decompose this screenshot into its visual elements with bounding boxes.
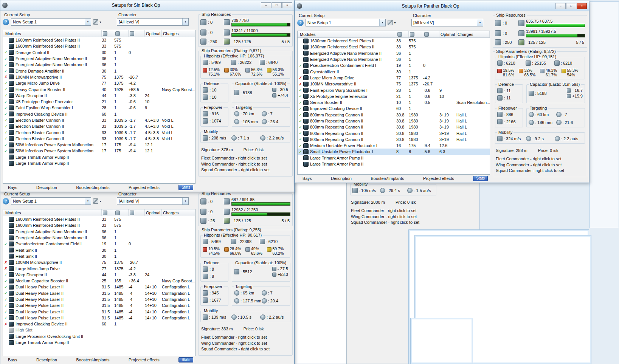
wing-commander-setting[interactable]: Wing Commander - right click to set	[351, 214, 436, 220]
module-row[interactable]: 1600mm Reinforced Steel Plates II 33 575	[3, 43, 195, 49]
setup-tools-button[interactable]: ▼	[93, 198, 102, 204]
module-row[interactable]: Sensor Booster II 10 1 -0.5 Scan Resolut…	[298, 99, 490, 105]
powergrid-column-header[interactable]	[114, 30, 129, 37]
module-row[interactable]: Large Trimark Armor Pump II	[298, 161, 490, 167]
charges-column-header[interactable]: Charges	[162, 209, 195, 216]
module-row[interactable]: Dual Heavy Pulse Laser II 31.5 1485 -4 1…	[3, 315, 195, 321]
capacitor-column-header[interactable]	[129, 209, 145, 216]
module-row[interactable]: Warp Disruptor II 44 1 -3.8 24	[3, 272, 195, 278]
module-row[interactable]: 1600mm Reinforced Steel Plates II 33 575	[298, 44, 490, 50]
tab-boosters-implants[interactable]: Boosters\Implants	[371, 176, 404, 181]
module-row[interactable]: Large Trimark Armor Pump II	[3, 154, 195, 160]
window-titlebar[interactable]: Setups for Panther Black Op – □ ×	[295, 1, 589, 11]
tab-bays[interactable]: Bays	[8, 185, 17, 190]
character-select[interactable]: [All level V] ▼	[117, 18, 189, 26]
module-row[interactable]: Dual Heavy Pulse Laser II 31.5 1485 -4 1…	[3, 284, 195, 290]
module-row[interactable]: Energized Adaptive Nano Membrane II 36 1	[3, 229, 195, 235]
window-titlebar[interactable]: Setups for Sin Black Op – □ ×	[0, 0, 294, 11]
tab-stats[interactable]: Stats	[178, 185, 193, 190]
tab-projected-effects[interactable]: Projected effects	[129, 358, 160, 362]
help-icon[interactable]: ?	[3, 198, 9, 204]
module-row[interactable]: Medium Capacitor Booster II 25 165 +36.4…	[3, 278, 195, 284]
modules-column-header[interactable]: Modules	[3, 209, 102, 216]
background-window-frame[interactable]	[589, 2, 619, 228]
module-row[interactable]: Energized Adaptive Nano Membrane II 36 1	[298, 50, 490, 56]
module-row[interactable]: Warp Disruptor II 44 1 -3.8 24	[3, 93, 195, 99]
module-row[interactable]: Medium Unstable Power Fluctuator I 16 17…	[298, 143, 490, 149]
module-row[interactable]: X5 Prototype Engine Enervator 21 1 -0.6 …	[298, 93, 490, 99]
wing-commander-setting[interactable]: Wing Commander - right click to set	[201, 161, 290, 167]
optimal-column-header[interactable]: Optimal	[439, 31, 456, 37]
module-row[interactable]: Heat Sink II 30 1	[3, 247, 195, 253]
help-icon[interactable]: ?	[3, 19, 9, 25]
module-row[interactable]: 50W Infectious Power System Malfunction …	[3, 142, 195, 148]
module-row[interactable]: Electron Blaster Cannon II 33 1039.5 -1.…	[3, 117, 195, 123]
wing-commander-setting[interactable]: Wing Commander - right click to set	[201, 341, 290, 347]
module-row[interactable]: High Slot	[3, 327, 195, 333]
capacitor-column-header[interactable]	[423, 31, 439, 37]
tab-description[interactable]: Description	[331, 176, 352, 181]
window-setups-sin-black-op[interactable]: Setups for Sin Black Op – □ × Current Se…	[0, 0, 295, 192]
charges-column-header[interactable]: Charges	[456, 31, 490, 37]
tab-projected-effects[interactable]: Projected effects	[129, 185, 160, 190]
fleet-commander-setting[interactable]: Fleet Commander - right click to set	[496, 156, 585, 162]
module-row[interactable]: Small Unstable Power Fluctuator I 8 8 -5…	[298, 149, 490, 155]
cpu-column-header[interactable]	[396, 31, 409, 37]
optimal-column-header[interactable]: Optimal	[145, 30, 162, 37]
module-row[interactable]: Electron Blaster Cannon II 33 1039.5 -1.…	[3, 136, 195, 142]
module-row[interactable]: Drone Damage Amplifier II 30 1	[3, 68, 195, 74]
module-row[interactable]: Energized Adaptive Nano Membrane II 36 1	[3, 56, 195, 62]
minimize-button[interactable]: –	[555, 3, 566, 9]
fleet-commander-setting[interactable]: Fleet Commander - right click to set	[201, 155, 290, 161]
module-row[interactable]: 100MN Microwarpdrive II 75 1375 -26.7	[298, 81, 490, 87]
optimal-column-header[interactable]: Optimal	[145, 209, 162, 216]
module-row[interactable]: Large Micro Jump Drive 77 1375 -4.2	[3, 80, 195, 86]
module-row[interactable]: Heavy Capacitor Booster II 40 1925 +58.5…	[3, 86, 195, 92]
cpu-column-header[interactable]	[102, 209, 114, 216]
module-row[interactable]: 1600mm Reinforced Steel Plates II 33 575	[3, 37, 195, 43]
tab-bays[interactable]: Bays	[303, 176, 312, 181]
cpu-column-header[interactable]	[102, 30, 114, 37]
module-row[interactable]: Heat Sink II 30 1	[3, 253, 195, 259]
close-button[interactable]: ×	[282, 2, 292, 8]
module-row[interactable]: Pseudoelectron Containment Field I 19 1 …	[298, 62, 490, 68]
minimize-button[interactable]: –	[261, 2, 271, 8]
setup-tools-button[interactable]: ▼	[388, 20, 396, 25]
tab-boosters-implants[interactable]: Boosters\Implants	[76, 358, 109, 362]
module-row[interactable]: 100MN Microwarpdrive II 75 1375 -26.7	[3, 74, 195, 80]
character-select[interactable]: [All level V] ▼	[411, 19, 483, 26]
setup-tools-button[interactable]: ▼	[93, 19, 102, 25]
powergrid-column-header[interactable]	[409, 31, 423, 37]
fleet-commander-setting[interactable]: Fleet Commander - right click to set	[201, 335, 290, 341]
module-row[interactable]: Improved Cloaking Device II 60 1	[298, 105, 490, 112]
module-row[interactable]: 50W Infectious Power System Malfunction …	[3, 148, 195, 154]
module-row[interactable]: 800mm Repeating Cannon II 30.8 1980 3+19…	[298, 130, 490, 136]
squad-commander-setting[interactable]: Squad Commander - right click to set	[201, 346, 290, 352]
module-row[interactable]: Large Trimark Armor Pump II	[3, 160, 195, 166]
tab-projected-effects[interactable]: Projected effects	[423, 176, 454, 181]
module-row[interactable]: Large Processor Overclocking Unit II	[3, 333, 195, 339]
module-row[interactable]: 1600mm Reinforced Steel Plates II 33 575	[3, 222, 195, 228]
module-row[interactable]: Large Trimark Armor Pump II	[3, 339, 195, 345]
module-row[interactable]: Large Micro Jump Drive 77 1375 -4.2	[3, 265, 195, 271]
window-setups-second[interactable]: – □ × Current Setup ? New Setup 1 ▼	[0, 179, 295, 364]
module-row[interactable]: 800mm Repeating Cannon II 30.8 1980 3+19…	[298, 136, 490, 143]
module-row[interactable]: 800mm Repeating Cannon II 30.8 1980 3+19…	[298, 118, 490, 124]
wing-commander-setting[interactable]: Wing Commander - right click to set	[496, 162, 585, 168]
background-window-frame[interactable]	[410, 318, 473, 364]
module-row[interactable]: Dual Heavy Pulse Laser II 31.5 1485 -4 1…	[3, 308, 195, 314]
character-select[interactable]: [All level V] ▼	[117, 197, 189, 205]
tab-stats[interactable]: Stats	[178, 357, 193, 362]
maximize-button[interactable]: □	[271, 2, 282, 8]
close-button[interactable]: ×	[577, 3, 587, 9]
modules-column-header[interactable]: Modules	[298, 31, 396, 37]
maximize-button[interactable]: □	[566, 3, 576, 9]
module-row[interactable]: Energized Adaptive Nano Membrane II 36 1	[298, 56, 490, 62]
module-row[interactable]: Electron Blaster Cannon II 33 1039.5 -1.…	[3, 123, 195, 129]
capacitor-column-header[interactable]	[129, 30, 145, 37]
charges-column-header[interactable]: Charges	[162, 30, 195, 37]
module-row[interactable]: X5 Prototype Engine Enervator 21 1 -0.6 …	[3, 99, 195, 105]
module-row[interactable]: Energized Adaptive Nano Membrane II 36 1	[3, 235, 195, 241]
module-row[interactable]: Dual Heavy Pulse Laser II 31.5 1485 -4 1…	[3, 290, 195, 296]
tab-bays[interactable]: Bays	[8, 358, 17, 362]
